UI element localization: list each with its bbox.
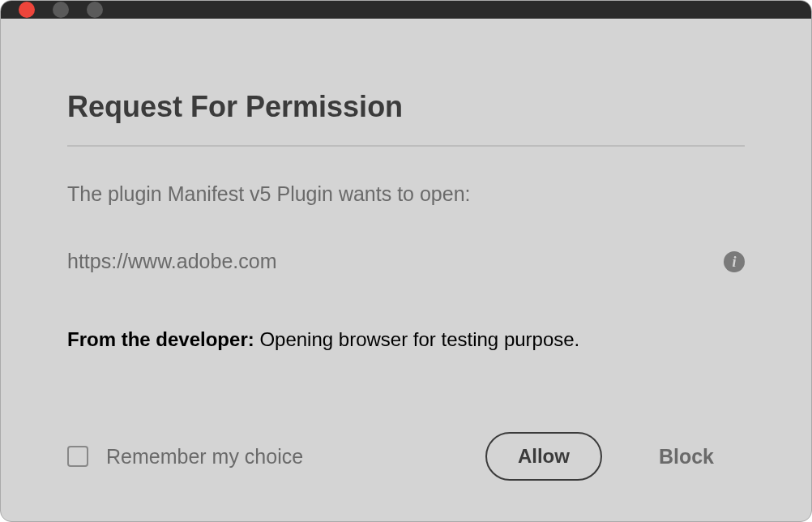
dialog-content: Request For Permission The plugin Manife… [1,19,811,521]
dialog-title: Request For Permission [67,90,745,124]
window-close-button[interactable] [19,2,35,18]
titlebar [1,1,811,19]
developer-label: From the developer: [67,328,254,350]
remember-choice-group: Remember my choice [67,445,303,469]
window-minimize-button[interactable] [53,2,69,18]
allow-button[interactable]: Allow [485,432,602,481]
remember-checkbox[interactable] [67,446,88,467]
request-text: The plugin Manifest v5 Plugin wants to o… [67,182,745,206]
info-icon[interactable]: i [724,251,745,272]
block-button[interactable]: Block [659,434,714,480]
developer-message-text: Opening browser for testing purpose. [254,328,580,350]
developer-message: From the developer: Opening browser for … [67,328,745,351]
url-row: https://www.adobe.com i [67,250,745,273]
button-group: Allow Block [485,432,745,481]
divider [67,145,745,147]
window-maximize-button[interactable] [87,2,103,18]
remember-label[interactable]: Remember my choice [106,445,303,469]
requested-url: https://www.adobe.com [67,250,276,273]
permission-dialog-window: Request For Permission The plugin Manife… [0,0,812,522]
dialog-footer: Remember my choice Allow Block [67,432,745,481]
